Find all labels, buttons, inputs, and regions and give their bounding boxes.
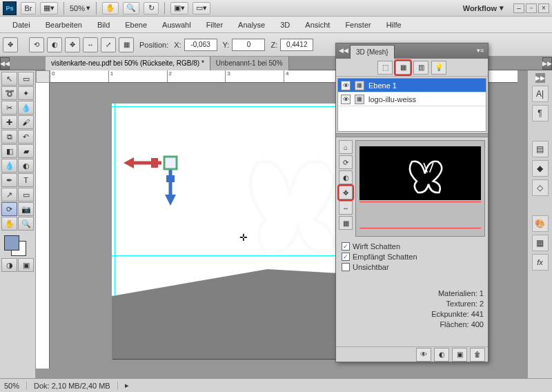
orbit-icon[interactable]: ⟳ [339, 155, 353, 169]
dock-paragraph-icon[interactable]: ¶ [532, 105, 549, 121]
ruler-vertical[interactable] [36, 83, 50, 369]
dock-expand[interactable]: ▶▶ [535, 73, 545, 83]
hand-tool-button[interactable]: ✋ [102, 2, 119, 14]
scale-icon[interactable]: ▦ [339, 216, 353, 230]
dock-paths-icon[interactable]: ◇ [532, 179, 549, 196]
3d-camera-tool[interactable]: 📷 [18, 202, 34, 216]
zoom-tool[interactable]: 🔍 [18, 217, 34, 231]
menu-analyse[interactable]: Analyse [231, 18, 272, 32]
menu-ansicht[interactable]: Ansicht [298, 18, 337, 32]
z-input[interactable] [280, 39, 313, 51]
workspace-label[interactable]: Workflow [463, 4, 497, 12]
maximize-button[interactable]: ▫ [526, 3, 537, 13]
visibility-toggle[interactable]: 👁 [341, 81, 351, 90]
3d-roll-icon[interactable]: ◐ [47, 37, 62, 52]
3d-rotate-icon[interactable]: ⟲ [29, 37, 44, 52]
panel-3d[interactable]: ◀◀ 3D {Mesh} ▾≡ ⬚ ▦ ▥ 💡 👁 ▦ Ebene 1 👁 ▦ … [335, 43, 489, 362]
hand-tool[interactable]: ✋ [1, 217, 17, 231]
3d-scale-icon[interactable]: ⤢ [101, 37, 116, 52]
menu-ebene[interactable]: Ebene [118, 18, 154, 32]
menu-3d[interactable]: 3D [273, 18, 297, 32]
mesh-row[interactable]: 👁 ▦ logo-illu-weiss [338, 92, 486, 106]
wand-tool[interactable]: ✦ [18, 86, 34, 100]
menu-auswahl[interactable]: Auswahl [155, 18, 198, 32]
type-tool[interactable]: T [18, 173, 34, 187]
tab-scroll-left[interactable]: ◀◀ [0, 57, 10, 70]
status-zoom[interactable]: 50% [4, 382, 27, 390]
zoom-level[interactable]: 50% [70, 4, 85, 12]
move-tool[interactable]: ↖ [1, 72, 17, 86]
3d-slide-icon[interactable]: ↔ [83, 37, 98, 52]
ruler-origin[interactable] [36, 70, 50, 83]
menu-filter[interactable]: Filter [199, 18, 230, 32]
menu-bearbeiten[interactable]: Bearbeiten [39, 18, 89, 32]
document-tab[interactable]: Unbenannt-1 bei 50% [210, 57, 289, 70]
path-tool[interactable]: ↗ [1, 188, 17, 202]
home-view-icon[interactable]: ⌂ [339, 140, 353, 154]
crop-tool[interactable]: ✂ [1, 101, 17, 115]
new-icon[interactable]: ▣ [452, 348, 467, 362]
mesh-row[interactable]: 👁 ▦ Ebene 1 [338, 79, 486, 92]
rotate-view-button[interactable]: ↻ [144, 2, 159, 14]
chevron-down-icon[interactable]: ▾ [86, 3, 90, 12]
tool-preset-icon[interactable]: ✥ [3, 37, 18, 52]
receive-shadow-checkbox[interactable]: ✓Empfängt Schatten [342, 253, 482, 261]
screen-mode-button[interactable]: ▦▾ [40, 2, 58, 14]
lights-filter-icon[interactable]: 💡 [431, 61, 446, 75]
status-arrow-icon[interactable]: ▸ [125, 381, 129, 390]
stamp-tool[interactable]: ⧉ [1, 130, 17, 144]
history-tool[interactable]: ↶ [18, 130, 34, 144]
slide-icon[interactable]: ↔ [339, 201, 353, 215]
zoom-tool-button[interactable]: 🔍 [123, 2, 139, 14]
y-input[interactable] [232, 39, 265, 51]
eyedropper-tool[interactable]: 💧 [18, 101, 34, 115]
3d-position-icon[interactable]: ▦ [119, 37, 134, 52]
shape-tool[interactable]: ▭ [18, 188, 34, 202]
visibility-toggle[interactable]: 👁 [341, 95, 351, 104]
panel-collapse-icon[interactable]: ◀◀ [339, 47, 347, 55]
close-button[interactable]: × [538, 3, 549, 13]
menu-datei[interactable]: Datei [6, 18, 37, 32]
tab-scroll-right[interactable]: ▶▶ [542, 57, 552, 70]
mesh-filter-icon[interactable]: ▦ [395, 61, 411, 75]
light-toggle-icon[interactable]: ◐ [434, 348, 449, 362]
quickmask-tool[interactable]: ◑ [1, 258, 17, 272]
mesh-preview[interactable] [355, 140, 485, 237]
dock-color-icon[interactable]: 🎨 [532, 215, 549, 232]
scene-filter-icon[interactable]: ⬚ [377, 61, 393, 75]
blur-tool[interactable]: 💧 [1, 159, 17, 173]
x-input[interactable] [184, 39, 217, 51]
3d-pan-icon[interactable]: ✥ [65, 37, 80, 52]
document-tab-active[interactable]: visitenkarte-neu.pdf bei 50% (Rückseite,… [46, 57, 210, 70]
trash-icon[interactable]: 🗑 [470, 348, 485, 362]
materials-filter-icon[interactable]: ▥ [413, 61, 428, 75]
lasso-tool[interactable]: ➰ [1, 86, 17, 100]
dodge-tool[interactable]: ◐ [18, 159, 34, 173]
menu-hilfe[interactable]: Hilfe [379, 18, 408, 32]
dock-character-icon[interactable]: A| [532, 86, 549, 102]
panel-menu-icon[interactable]: ▾≡ [477, 47, 485, 55]
arrange-button[interactable]: ▣▾ [170, 2, 188, 14]
screen-button[interactable]: ▭▾ [193, 2, 210, 14]
pan-icon[interactable]: ✥ [339, 186, 353, 199]
bridge-button[interactable]: Br [21, 2, 36, 14]
minimize-button[interactable]: – [513, 3, 524, 13]
brush-tool[interactable]: 🖌 [18, 115, 34, 129]
3d-rotate-tool[interactable]: ⟳ [1, 202, 17, 216]
dock-channels-icon[interactable]: ◆ [532, 160, 549, 177]
menu-bild[interactable]: Bild [90, 18, 117, 32]
eraser-tool[interactable]: ◧ [1, 144, 17, 158]
chevron-down-icon[interactable]: ▾ [500, 3, 504, 12]
render-settings-icon[interactable]: 👁 [416, 348, 431, 362]
roll-icon[interactable]: ◐ [339, 170, 353, 184]
pen-tool[interactable]: ✒ [1, 173, 17, 187]
invisible-checkbox[interactable]: Unsichtbar [342, 263, 482, 271]
color-swatches[interactable] [1, 234, 34, 255]
fg-color-swatch[interactable] [4, 235, 19, 251]
dock-styles-icon[interactable]: fx [532, 254, 549, 271]
marquee-tool[interactable]: ▭ [18, 72, 34, 86]
screenmode-tool[interactable]: ▣ [18, 258, 34, 272]
dock-layers-icon[interactable]: ▤ [532, 141, 549, 157]
heal-tool[interactable]: ✚ [1, 115, 17, 129]
status-docsize[interactable]: Dok: 2,10 MB/2,40 MB [34, 382, 118, 390]
